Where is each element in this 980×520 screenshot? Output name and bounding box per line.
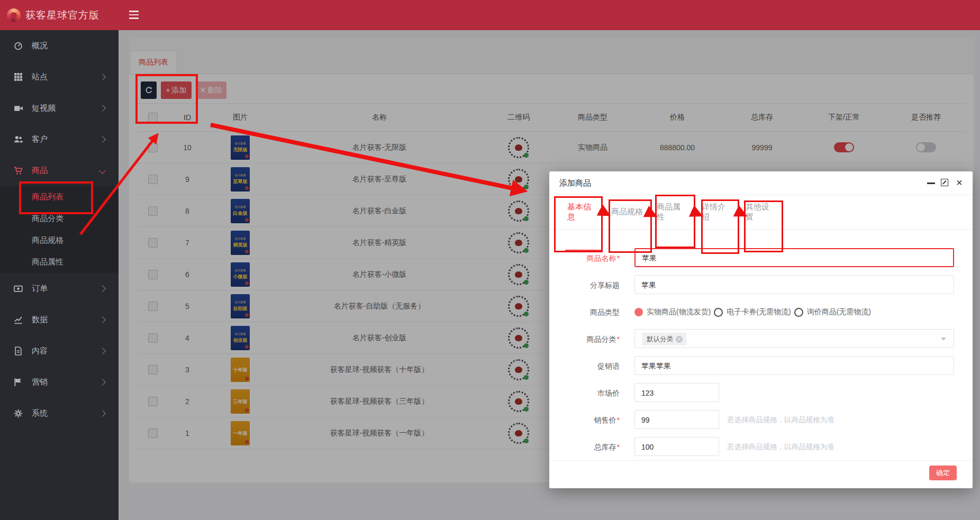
menu-toggle-icon[interactable]	[129, 8, 140, 21]
field-label: 商品分类*	[549, 329, 620, 349]
sidebar-item-icon	[14, 409, 23, 418]
sidebar-item-icon	[14, 72, 23, 81]
sidebar-item-label: 营销	[32, 377, 48, 387]
app-root: 获客星球官方版 概况 站点 短视频 客户 商品 商品列表 商品分类 商品规格 商…	[0, 0, 980, 520]
spec-hint: 若选择商品规格，以商品规格为准	[727, 410, 834, 430]
promo-input[interactable]: 苹果苹果	[634, 356, 954, 375]
modal-tab-2[interactable]: 商品规格	[611, 195, 643, 229]
radio-option-label: 电子卡券(无需物流)	[727, 307, 791, 317]
sidebar-subitem-label: 商品分类	[32, 214, 63, 224]
chevron-right-icon	[99, 348, 106, 354]
sidebar-item-icon	[14, 315, 23, 324]
field-label: 总库存*	[549, 437, 620, 457]
radio-unselected-icon[interactable]	[714, 308, 723, 317]
form-row-market-price: 市场价 123	[549, 383, 973, 403]
sidebar-item-icon	[14, 346, 23, 355]
sidebar-item-label: 客户	[32, 134, 48, 144]
chevron-right-icon	[99, 105, 106, 112]
chevron-right-icon	[99, 74, 106, 80]
sidebar-item-label: 站点	[32, 72, 48, 82]
sidebar-item-icon	[14, 166, 23, 175]
product-name-input[interactable]: 苹果	[634, 248, 954, 267]
field-label: 市场价	[549, 383, 620, 403]
sidebar-item[interactable]: 数据	[0, 304, 119, 335]
modal-tab-4[interactable]: 详情介绍	[702, 195, 731, 229]
chevron-right-icon	[99, 136, 106, 143]
stock-input[interactable]: 100	[634, 437, 719, 456]
sidebar-subitem[interactable]: 商品属性	[0, 251, 119, 273]
sidebar-item[interactable]: 客户	[0, 124, 119, 155]
sidebar-item[interactable]: 营销	[0, 367, 119, 398]
sidebar-item-icon	[14, 104, 23, 113]
modal-footer: 确定	[549, 460, 973, 489]
form-row-category: 商品分类* 默认分类 ×	[549, 329, 973, 349]
market-price-input[interactable]: 123	[634, 383, 719, 402]
required-asterisk: *	[617, 335, 620, 343]
close-icon[interactable]: ×	[954, 176, 965, 189]
radio-unselected-icon[interactable]	[794, 308, 803, 317]
confirm-button[interactable]: 确定	[929, 466, 957, 480]
sidebar-item-label: 订单	[32, 284, 48, 294]
sale-price-input[interactable]: 99	[634, 410, 719, 429]
radio-option-label: 实物商品(物流发货)	[647, 307, 711, 317]
form-row-stock: 总库存* 100 若选择商品规格，以商品规格为准	[549, 437, 973, 457]
modal-tab-5[interactable]: 其他设置	[746, 195, 775, 229]
maximize-icon[interactable]	[941, 179, 948, 186]
sidebar-subitem-label: 商品规格	[32, 235, 63, 245]
sidebar-item[interactable]: 商品	[0, 155, 119, 186]
field-label: 分享标题	[549, 275, 620, 295]
sidebar-item-label: 短视频	[32, 103, 56, 113]
modal-tab-1[interactable]: 基本信息	[567, 195, 598, 229]
chevron-right-icon	[99, 285, 106, 292]
sidebar-item-icon	[14, 378, 23, 387]
app-logo-icon	[7, 8, 21, 22]
sidebar-item-label: 内容	[32, 346, 48, 356]
form-row-share-title: 分享标题 苹果	[549, 275, 973, 295]
chevron-right-icon	[99, 379, 106, 386]
form-row-name: 商品名称* 苹果	[549, 248, 973, 268]
sidebar-item[interactable]: 概况	[0, 30, 119, 61]
sidebar: 概况 站点 短视频 客户 商品 商品列表 商品分类 商品规格 商品属性 订单 数…	[0, 30, 119, 520]
category-chip: 默认分类 ×	[642, 333, 686, 345]
minimize-icon[interactable]	[927, 183, 935, 184]
sidebar-item[interactable]: 短视频	[0, 93, 119, 124]
required-asterisk: *	[617, 443, 620, 451]
field-label: 商品类型	[549, 302, 620, 322]
modal-title: 添加商品	[559, 171, 591, 195]
chevron-down-icon	[941, 337, 946, 341]
sidebar-subitem[interactable]: 商品分类	[0, 208, 119, 230]
brand: 获客星球官方版	[0, 0, 119, 30]
form-row-promo: 促销语 苹果苹果	[549, 356, 973, 376]
sidebar-item[interactable]: 内容	[0, 335, 119, 367]
sidebar-item-label: 数据	[32, 315, 48, 325]
form-row-sale-price: 销售价* 99 若选择商品规格，以商品规格为准	[549, 410, 973, 430]
add-product-modal: 添加商品 × 基本信息商品规格商品属性详情介绍其他设置 商品名称* 苹果 分享标…	[549, 171, 973, 488]
top-bar: 获客星球官方版	[0, 0, 980, 30]
form-row-type: 商品类型 实物商品(物流发货) 电子卡券(无需物流) 询价商品(无需物流)	[549, 302, 973, 322]
sidebar-item-icon	[14, 135, 23, 144]
sidebar-subitem-label: 商品属性	[32, 257, 63, 267]
sidebar-subitem-label: 商品列表	[32, 192, 63, 202]
sidebar-item-label: 系统	[32, 408, 48, 418]
sidebar-item-icon	[14, 41, 23, 50]
radio-selected-icon[interactable]	[634, 308, 643, 316]
sidebar-subitem[interactable]: 商品列表	[0, 186, 119, 208]
sidebar-item-label: 商品	[32, 166, 48, 176]
sidebar-item[interactable]: 系统	[0, 398, 119, 429]
sidebar-item[interactable]: 订单	[0, 273, 119, 304]
field-label: 促销语	[549, 356, 620, 376]
sidebar-subitem[interactable]: 商品规格	[0, 230, 119, 251]
chevron-right-icon	[99, 410, 106, 417]
app-title: 获客星球官方版	[25, 8, 99, 22]
spec-hint: 若选择商品规格，以商品规格为准	[727, 437, 834, 457]
share-title-input[interactable]: 苹果	[634, 275, 954, 294]
sidebar-item-label: 概况	[32, 41, 48, 51]
chevron-right-icon	[99, 316, 106, 323]
required-asterisk: *	[617, 254, 620, 262]
chip-remove-icon[interactable]: ×	[676, 336, 683, 343]
category-select[interactable]: 默认分类 ×	[634, 329, 954, 348]
product-type-radios: 实物商品(物流发货) 电子卡券(无需物流) 询价商品(无需物流)	[634, 302, 871, 322]
sidebar-item[interactable]: 站点	[0, 61, 119, 93]
required-asterisk: *	[617, 416, 620, 424]
modal-tab-3[interactable]: 商品属性	[657, 195, 686, 229]
